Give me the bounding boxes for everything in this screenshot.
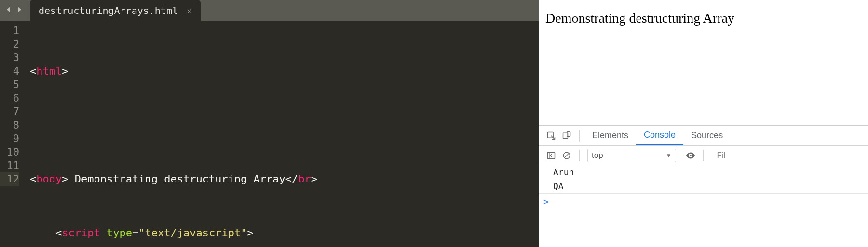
line-number: 7 — [0, 105, 19, 118]
console-sidebar-icon[interactable] — [543, 151, 559, 160]
editor-tab-label: destructuringArrays.html — [39, 5, 178, 16]
console-toolbar: top ▼ Fil — [539, 146, 868, 165]
console-prompt[interactable]: > — [539, 194, 868, 209]
device-toggle-icon[interactable] — [559, 131, 574, 141]
code-line: <body> Demonstrating destructuring Array… — [30, 172, 539, 186]
code-line: <script type="text/javascript"> — [30, 226, 539, 240]
console-output: Arun QA > — [539, 165, 868, 247]
separator — [579, 130, 580, 142]
context-selector[interactable]: top ▼ — [587, 149, 676, 162]
svg-line-5 — [564, 153, 569, 158]
line-gutter: 1 2 3 4 5 6 7 8 9 10 11 12 — [0, 24, 28, 247]
svg-point-6 — [690, 155, 692, 156]
line-number: 1 — [0, 24, 19, 38]
line-number: 11 — [0, 159, 19, 172]
devtools-tabbar: Elements Console Sources — [539, 126, 868, 146]
prompt-caret: > — [543, 196, 549, 207]
code-line: <html> — [30, 65, 539, 78]
editor-nav-arrows — [0, 6, 30, 21]
line-number: 10 — [0, 145, 19, 159]
code-body[interactable]: <html> <body> Demonstrating destructurin… — [28, 24, 539, 247]
code-editor-panel: destructuringArrays.html × 1 2 3 4 5 6 7… — [0, 0, 539, 247]
line-number: 12 — [0, 172, 19, 186]
live-expression-icon[interactable] — [683, 150, 698, 161]
code-area[interactable]: 1 2 3 4 5 6 7 8 9 10 11 12 <html> <body>… — [0, 21, 539, 247]
nav-back-icon[interactable] — [5, 6, 13, 15]
clear-console-icon[interactable] — [559, 151, 574, 160]
tab-console[interactable]: Console — [636, 126, 683, 145]
console-log-line: Arun — [539, 165, 868, 179]
line-number: 3 — [0, 51, 19, 65]
nav-forward-icon[interactable] — [15, 6, 23, 15]
filter-input[interactable]: Fil — [717, 151, 726, 160]
svg-rect-3 — [548, 152, 555, 158]
context-label: top — [592, 151, 603, 160]
line-number: 9 — [0, 132, 19, 145]
editor-topbar: destructuringArrays.html × — [0, 0, 539, 21]
line-number: 4 — [0, 65, 19, 78]
inspect-icon[interactable] — [543, 131, 559, 141]
editor-tab[interactable]: destructuringArrays.html × — [30, 0, 201, 21]
devtools-panel: Elements Console Sources top ▼ Fil Arun — [539, 125, 868, 247]
separator — [703, 150, 704, 161]
tab-sources[interactable]: Sources — [683, 126, 731, 145]
line-number: 8 — [0, 118, 19, 132]
line-number: 5 — [0, 78, 19, 91]
code-line — [30, 118, 539, 132]
close-icon[interactable]: × — [187, 6, 192, 16]
separator — [579, 150, 580, 161]
line-number: 2 — [0, 38, 19, 51]
page-content: Demonstrating destructuring Array — [539, 0, 868, 125]
tab-elements[interactable]: Elements — [584, 126, 636, 145]
console-log-line: QA — [539, 179, 868, 194]
chevron-down-icon: ▼ — [666, 152, 672, 159]
line-number: 6 — [0, 91, 19, 105]
browser-panel: Demonstrating destructuring Array Elemen… — [539, 0, 868, 247]
page-text: Demonstrating destructuring Array — [545, 11, 734, 26]
